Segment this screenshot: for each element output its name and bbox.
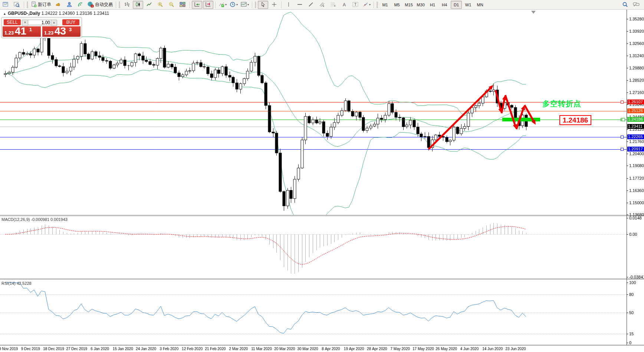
autotrading-icon <box>88 1 94 8</box>
dropdown-arrow-icon: ▾ <box>225 3 227 6</box>
zoom-in-button[interactable] <box>155 1 165 9</box>
bid-price-big: 41 <box>15 25 26 37</box>
dropdown-arrow-icon: ▾ <box>247 3 249 6</box>
crosshair-tool-button[interactable] <box>269 1 279 9</box>
template-icon <box>241 1 247 8</box>
text-tool-button[interactable]: A <box>339 1 349 9</box>
auto-scroll-icon <box>194 1 200 8</box>
sell-price-display[interactable]: 1.23 41 1 <box>3 26 41 37</box>
timeframe-h1-button[interactable]: H1 <box>427 1 438 9</box>
search-icon <box>622 1 628 8</box>
profiles-button[interactable] <box>12 1 22 9</box>
timeframe-m1-button[interactable]: M1 <box>380 1 391 9</box>
timeframe-m15-button[interactable]: M15 <box>403 1 414 9</box>
mql5-button[interactable] <box>53 1 63 9</box>
timeframe-m5-button[interactable]: M5 <box>391 1 402 9</box>
collapse-icon[interactable]: ▲ <box>3 12 6 16</box>
zoom-out-icon <box>168 1 174 8</box>
rsi-value: 42.5228 <box>17 281 32 286</box>
fibonacci-tool-button[interactable]: F <box>328 1 338 9</box>
mt4-terminal: { "toolbar": { "new_order_label": "新订单",… <box>0 0 644 352</box>
buy-price-display[interactable]: 1.23 43 3 <box>42 26 80 37</box>
periods-button[interactable]: ▾ <box>229 1 239 9</box>
price-badge-green: 1.24186 <box>627 117 644 122</box>
price-badge-orange: 1.25126 <box>627 108 644 113</box>
cursor-tool-button[interactable] <box>258 1 268 9</box>
new-chart-button[interactable] <box>0 1 11 9</box>
search-button[interactable] <box>620 1 630 9</box>
label-tool-button[interactable]: T <box>350 1 361 9</box>
one-click-trading-panel: SELL ▼ ▲ BUY 1.23 41 1 1.23 43 3 <box>1 17 82 38</box>
timeframe-mn-button[interactable]: MN <box>474 1 486 9</box>
line-chart-button[interactable] <box>144 1 154 9</box>
trendline-tool-button[interactable] <box>306 1 316 9</box>
indicators-icon <box>218 1 224 8</box>
rsi-label: RSI(14) 42.5228 <box>1 281 32 286</box>
candlestick-chart-icon <box>135 1 141 8</box>
text-tool-icon: A <box>343 2 346 7</box>
horizontal-line-tool-button[interactable] <box>295 1 305 9</box>
svg-text:F: F <box>334 5 336 7</box>
svg-text:T: T <box>354 3 356 7</box>
horizontal-line-icon <box>297 1 303 8</box>
channel-tool-button[interactable]: E <box>317 1 327 9</box>
price-box-annotation[interactable]: 1.24186 <box>559 115 591 125</box>
chart-canvas[interactable] <box>0 0 644 352</box>
price-badge-blue-1: 1.22265 <box>627 134 644 139</box>
timeframe-d1-button[interactable]: D1 <box>451 1 462 9</box>
line-chart-icon <box>146 1 152 8</box>
arrows-tool-button[interactable]: ▾ <box>361 1 372 9</box>
chart-shift-icon <box>205 1 211 8</box>
bar-chart-button[interactable] <box>122 1 132 9</box>
templates-button[interactable]: ▾ <box>240 1 250 9</box>
arrows-tool-icon <box>362 1 368 8</box>
macd-label: MACD(12,26,9) -0.000981 0.001943 <box>1 217 68 222</box>
chart-title-bar: ▲GBPUSD-,Daily 1.24222 1.24360 1.23136 1… <box>3 11 109 16</box>
dropdown-arrow-icon: ▾ <box>236 3 238 6</box>
auto-scroll-button[interactable] <box>192 1 202 9</box>
cursor-icon <box>260 1 266 8</box>
buy-button[interactable]: BUY <box>62 19 79 25</box>
symbol-period-title: GBPUSD-,Daily <box>8 11 40 16</box>
vertical-line-tool-button[interactable] <box>283 1 294 9</box>
timeframe-w1-button[interactable]: W1 <box>463 1 474 9</box>
new-order-button[interactable]: 新订单 <box>30 1 52 9</box>
crosshair-icon <box>271 1 277 8</box>
chart-shift-button[interactable] <box>203 1 213 9</box>
sell-button[interactable]: SELL <box>4 19 21 25</box>
autotrading-label: 自动交易 <box>95 1 113 8</box>
chat-button[interactable] <box>631 1 641 9</box>
zoom-in-icon <box>157 1 163 8</box>
price-badge-current: 1.23411 <box>627 124 644 129</box>
new-order-label: 新订单 <box>38 1 51 8</box>
market-button[interactable] <box>64 1 75 9</box>
dropdown-arrow-icon: ▾ <box>369 3 371 6</box>
price-badge-blue-2: 1.20917 <box>627 147 644 151</box>
timeframe-h4-button[interactable]: H4 <box>439 1 450 9</box>
chat-icon <box>633 1 640 8</box>
fibonacci-icon: F <box>330 1 336 8</box>
timeframe-m30-button[interactable]: M30 <box>415 1 426 9</box>
bid-price-sup: 1 <box>29 27 32 32</box>
top-toolbar: 新订单 自动交易 ▾ ▾ ▾ E F A T ▾ M1 M5 M15 M30 H… <box>0 0 644 10</box>
profiles-icon <box>14 1 20 8</box>
indicators-button[interactable]: ▾ <box>217 1 228 9</box>
autotrading-button[interactable]: 自动交易 <box>86 1 114 9</box>
ohlc-values: 1.24222 1.24360 1.23136 1.23411 <box>42 11 109 16</box>
megaphone-icon <box>55 1 61 8</box>
candlestick-chart-button[interactable] <box>133 1 143 9</box>
signals-button[interactable] <box>75 1 86 9</box>
clock-icon <box>230 1 236 8</box>
person-icon <box>66 1 72 8</box>
tile-windows-button[interactable] <box>177 1 188 9</box>
channel-icon: E <box>319 1 325 8</box>
turning-point-annotation[interactable]: 多空转折点 <box>542 99 581 109</box>
ask-price-sup: 3 <box>69 27 72 32</box>
zoom-out-button[interactable] <box>166 1 177 9</box>
ask-price-small: 1.23 <box>44 30 53 36</box>
ask-price-big: 43 <box>55 25 66 37</box>
trendline-icon <box>308 1 314 8</box>
svg-text:E: E <box>323 5 324 7</box>
volume-input[interactable] <box>28 20 52 25</box>
bar-chart-icon <box>124 1 130 8</box>
